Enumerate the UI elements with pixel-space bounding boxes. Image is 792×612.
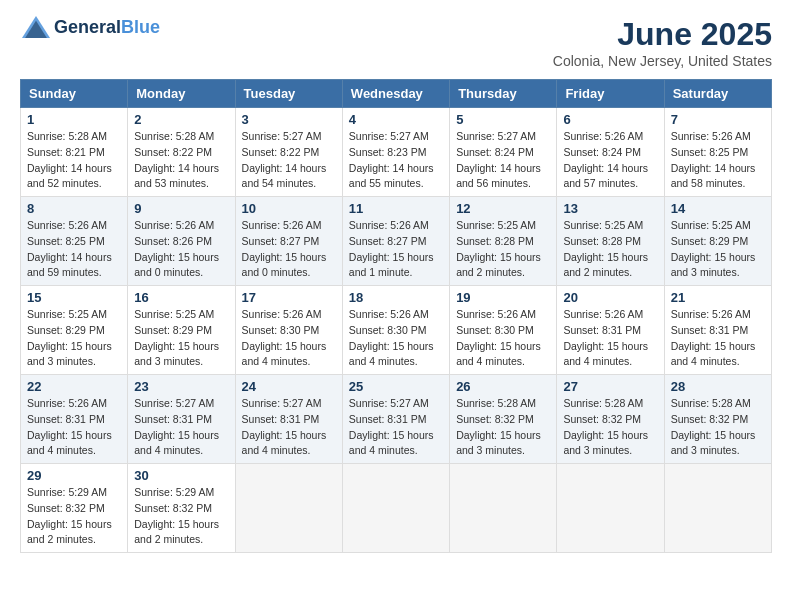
calendar-week-2: 8Sunrise: 5:26 AMSunset: 8:25 PMDaylight… xyxy=(21,197,772,286)
day-info: Sunrise: 5:26 AMSunset: 8:31 PMDaylight:… xyxy=(27,396,121,459)
day-number: 26 xyxy=(456,379,550,394)
day-number: 20 xyxy=(563,290,657,305)
calendar-cell: 10Sunrise: 5:26 AMSunset: 8:27 PMDayligh… xyxy=(235,197,342,286)
day-number: 23 xyxy=(134,379,228,394)
day-info: Sunrise: 5:28 AMSunset: 8:32 PMDaylight:… xyxy=(456,396,550,459)
calendar-cell: 5Sunrise: 5:27 AMSunset: 8:24 PMDaylight… xyxy=(450,108,557,197)
day-number: 24 xyxy=(242,379,336,394)
day-info: Sunrise: 5:26 AMSunset: 8:25 PMDaylight:… xyxy=(671,129,765,192)
day-number: 16 xyxy=(134,290,228,305)
calendar-header-row: SundayMondayTuesdayWednesdayThursdayFrid… xyxy=(21,80,772,108)
day-number: 18 xyxy=(349,290,443,305)
day-info: Sunrise: 5:26 AMSunset: 8:30 PMDaylight:… xyxy=(349,307,443,370)
day-info: Sunrise: 5:26 AMSunset: 8:26 PMDaylight:… xyxy=(134,218,228,281)
calendar-cell: 4Sunrise: 5:27 AMSunset: 8:23 PMDaylight… xyxy=(342,108,449,197)
month-title: June 2025 xyxy=(553,16,772,53)
day-info: Sunrise: 5:25 AMSunset: 8:29 PMDaylight:… xyxy=(27,307,121,370)
day-info: Sunrise: 5:27 AMSunset: 8:23 PMDaylight:… xyxy=(349,129,443,192)
calendar-cell: 14Sunrise: 5:25 AMSunset: 8:29 PMDayligh… xyxy=(664,197,771,286)
calendar-cell: 13Sunrise: 5:25 AMSunset: 8:28 PMDayligh… xyxy=(557,197,664,286)
header-friday: Friday xyxy=(557,80,664,108)
day-info: Sunrise: 5:27 AMSunset: 8:31 PMDaylight:… xyxy=(242,396,336,459)
day-number: 1 xyxy=(27,112,121,127)
header-right: June 2025 Colonia, New Jersey, United St… xyxy=(553,16,772,69)
day-info: Sunrise: 5:27 AMSunset: 8:31 PMDaylight:… xyxy=(349,396,443,459)
page-header: GeneralBlue June 2025 Colonia, New Jerse… xyxy=(20,16,772,69)
logo: GeneralBlue xyxy=(20,16,160,38)
calendar-cell: 22Sunrise: 5:26 AMSunset: 8:31 PMDayligh… xyxy=(21,375,128,464)
calendar-cell: 8Sunrise: 5:26 AMSunset: 8:25 PMDaylight… xyxy=(21,197,128,286)
day-number: 28 xyxy=(671,379,765,394)
day-info: Sunrise: 5:28 AMSunset: 8:32 PMDaylight:… xyxy=(671,396,765,459)
day-number: 7 xyxy=(671,112,765,127)
day-info: Sunrise: 5:26 AMSunset: 8:25 PMDaylight:… xyxy=(27,218,121,281)
day-number: 5 xyxy=(456,112,550,127)
day-info: Sunrise: 5:26 AMSunset: 8:30 PMDaylight:… xyxy=(456,307,550,370)
day-info: Sunrise: 5:26 AMSunset: 8:27 PMDaylight:… xyxy=(242,218,336,281)
location-text: Colonia, New Jersey, United States xyxy=(553,53,772,69)
day-info: Sunrise: 5:26 AMSunset: 8:24 PMDaylight:… xyxy=(563,129,657,192)
day-info: Sunrise: 5:27 AMSunset: 8:31 PMDaylight:… xyxy=(134,396,228,459)
day-number: 27 xyxy=(563,379,657,394)
day-number: 2 xyxy=(134,112,228,127)
calendar-cell: 1Sunrise: 5:28 AMSunset: 8:21 PMDaylight… xyxy=(21,108,128,197)
logo-general-text: General xyxy=(54,17,121,37)
day-number: 10 xyxy=(242,201,336,216)
header-sunday: Sunday xyxy=(21,80,128,108)
day-number: 13 xyxy=(563,201,657,216)
day-number: 6 xyxy=(563,112,657,127)
calendar-cell: 3Sunrise: 5:27 AMSunset: 8:22 PMDaylight… xyxy=(235,108,342,197)
day-info: Sunrise: 5:29 AMSunset: 8:32 PMDaylight:… xyxy=(27,485,121,548)
day-info: Sunrise: 5:25 AMSunset: 8:29 PMDaylight:… xyxy=(134,307,228,370)
calendar-cell: 30Sunrise: 5:29 AMSunset: 8:32 PMDayligh… xyxy=(128,464,235,553)
header-wednesday: Wednesday xyxy=(342,80,449,108)
day-number: 15 xyxy=(27,290,121,305)
calendar-week-3: 15Sunrise: 5:25 AMSunset: 8:29 PMDayligh… xyxy=(21,286,772,375)
calendar-cell: 16Sunrise: 5:25 AMSunset: 8:29 PMDayligh… xyxy=(128,286,235,375)
calendar-cell xyxy=(557,464,664,553)
day-info: Sunrise: 5:25 AMSunset: 8:28 PMDaylight:… xyxy=(563,218,657,281)
day-number: 29 xyxy=(27,468,121,483)
day-number: 14 xyxy=(671,201,765,216)
calendar-cell xyxy=(664,464,771,553)
day-number: 4 xyxy=(349,112,443,127)
day-number: 21 xyxy=(671,290,765,305)
calendar-week-4: 22Sunrise: 5:26 AMSunset: 8:31 PMDayligh… xyxy=(21,375,772,464)
calendar-cell: 18Sunrise: 5:26 AMSunset: 8:30 PMDayligh… xyxy=(342,286,449,375)
calendar-cell: 24Sunrise: 5:27 AMSunset: 8:31 PMDayligh… xyxy=(235,375,342,464)
header-thursday: Thursday xyxy=(450,80,557,108)
day-info: Sunrise: 5:27 AMSunset: 8:24 PMDaylight:… xyxy=(456,129,550,192)
calendar-cell: 27Sunrise: 5:28 AMSunset: 8:32 PMDayligh… xyxy=(557,375,664,464)
day-number: 12 xyxy=(456,201,550,216)
calendar-cell: 11Sunrise: 5:26 AMSunset: 8:27 PMDayligh… xyxy=(342,197,449,286)
day-info: Sunrise: 5:29 AMSunset: 8:32 PMDaylight:… xyxy=(134,485,228,548)
day-info: Sunrise: 5:25 AMSunset: 8:29 PMDaylight:… xyxy=(671,218,765,281)
day-info: Sunrise: 5:26 AMSunset: 8:27 PMDaylight:… xyxy=(349,218,443,281)
day-info: Sunrise: 5:26 AMSunset: 8:30 PMDaylight:… xyxy=(242,307,336,370)
day-info: Sunrise: 5:28 AMSunset: 8:21 PMDaylight:… xyxy=(27,129,121,192)
day-number: 8 xyxy=(27,201,121,216)
header-saturday: Saturday xyxy=(664,80,771,108)
day-number: 22 xyxy=(27,379,121,394)
day-number: 17 xyxy=(242,290,336,305)
logo-icon xyxy=(22,16,50,38)
calendar-cell: 17Sunrise: 5:26 AMSunset: 8:30 PMDayligh… xyxy=(235,286,342,375)
day-info: Sunrise: 5:26 AMSunset: 8:31 PMDaylight:… xyxy=(671,307,765,370)
calendar-cell: 6Sunrise: 5:26 AMSunset: 8:24 PMDaylight… xyxy=(557,108,664,197)
day-number: 11 xyxy=(349,201,443,216)
calendar-cell: 15Sunrise: 5:25 AMSunset: 8:29 PMDayligh… xyxy=(21,286,128,375)
day-info: Sunrise: 5:27 AMSunset: 8:22 PMDaylight:… xyxy=(242,129,336,192)
calendar-cell: 23Sunrise: 5:27 AMSunset: 8:31 PMDayligh… xyxy=(128,375,235,464)
calendar-cell: 28Sunrise: 5:28 AMSunset: 8:32 PMDayligh… xyxy=(664,375,771,464)
calendar-cell: 12Sunrise: 5:25 AMSunset: 8:28 PMDayligh… xyxy=(450,197,557,286)
day-number: 30 xyxy=(134,468,228,483)
header-monday: Monday xyxy=(128,80,235,108)
calendar-cell: 19Sunrise: 5:26 AMSunset: 8:30 PMDayligh… xyxy=(450,286,557,375)
calendar-week-5: 29Sunrise: 5:29 AMSunset: 8:32 PMDayligh… xyxy=(21,464,772,553)
calendar-cell xyxy=(450,464,557,553)
day-info: Sunrise: 5:28 AMSunset: 8:32 PMDaylight:… xyxy=(563,396,657,459)
day-info: Sunrise: 5:25 AMSunset: 8:28 PMDaylight:… xyxy=(456,218,550,281)
calendar-week-1: 1Sunrise: 5:28 AMSunset: 8:21 PMDaylight… xyxy=(21,108,772,197)
header-tuesday: Tuesday xyxy=(235,80,342,108)
day-number: 19 xyxy=(456,290,550,305)
